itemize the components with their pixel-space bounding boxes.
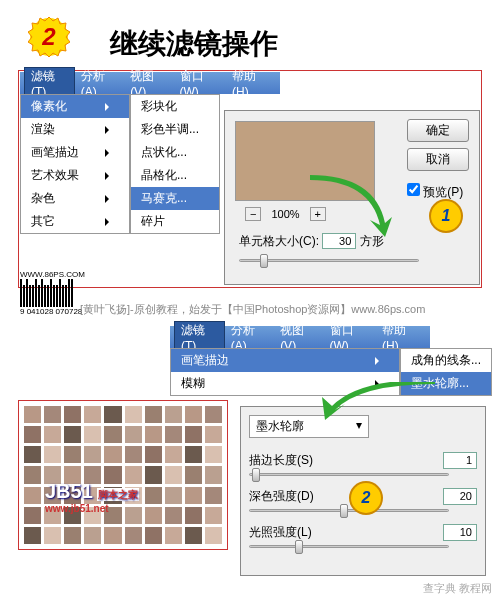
cell-size-slider[interactable]	[239, 259, 419, 262]
chevron-right-icon	[105, 195, 109, 203]
sub-angled[interactable]: 成角的线条...	[401, 349, 491, 372]
ink-outlines-dialog: 墨水轮廓▾ 描边长度(S)1 深色强度(D)20 光照强度(L)10 2	[240, 406, 486, 576]
chevron-right-icon	[105, 126, 109, 134]
menu-brushstrokes-2[interactable]: 画笔描边	[171, 349, 399, 372]
barcode: WWW.86PS.COM 9 041028 070728	[20, 270, 85, 316]
dark-intensity-label: 深色强度(D)	[249, 488, 314, 505]
chevron-right-icon	[105, 172, 109, 180]
step-2-marker: 2	[351, 483, 381, 513]
sub-facet[interactable]: 彩块化	[131, 95, 219, 118]
zoom-out-icon[interactable]: −	[245, 207, 261, 221]
light-intensity-slider[interactable]	[249, 545, 449, 548]
dark-intensity-input[interactable]: 20	[443, 488, 477, 505]
step-1-marker: 1	[431, 201, 461, 231]
chevron-right-icon	[105, 218, 109, 226]
sub-crystallize[interactable]: 晶格化...	[131, 164, 219, 187]
menubar-2: 滤镜(T) 分析(A) 视图(V) 窗口(W) 帮助(H)	[170, 326, 430, 348]
menu-other[interactable]: 其它	[21, 210, 129, 233]
chevron-right-icon	[105, 103, 109, 111]
sub-pointillize[interactable]: 点状化...	[131, 141, 219, 164]
menu-render[interactable]: 渲染	[21, 118, 129, 141]
credit-text: [黄叶飞扬]-原创教程，始发于【中国Photoshop资源网】www.86ps.…	[80, 302, 425, 317]
filter-dropdown-1: 像素化 渲染 画笔描边 艺术效果 杂色 其它	[20, 94, 130, 234]
menu-noise[interactable]: 杂色	[21, 187, 129, 210]
jb51-logo: JB51 脚本之家 www.jb51.net	[45, 480, 139, 514]
menubar-1: 滤镜(T) 分析(A) 视图(V) 窗口(W) 帮助(H)	[20, 72, 280, 94]
pixelate-submenu: 彩块化 彩色半调... 点状化... 晶格化... 马赛克... 碎片	[130, 94, 220, 234]
dark-intensity-slider[interactable]	[249, 509, 449, 512]
step-2-badge: 2	[30, 18, 68, 56]
mosaic-preview	[23, 405, 223, 545]
sub-fragment[interactable]: 碎片	[131, 210, 219, 233]
green-arrow-icon	[300, 175, 400, 245]
stroke-length-label: 描边长度(S)	[249, 452, 313, 469]
sub-halftone[interactable]: 彩色半调...	[131, 118, 219, 141]
menu-brushstrokes[interactable]: 画笔描边	[21, 141, 129, 164]
light-intensity-input[interactable]: 10	[443, 524, 477, 541]
menu-artistic[interactable]: 艺术效果	[21, 164, 129, 187]
stroke-length-input[interactable]: 1	[443, 452, 477, 469]
chevron-right-icon	[375, 357, 379, 365]
preview-checkbox[interactable]	[407, 183, 420, 196]
zoom-level: 100%	[271, 208, 299, 220]
page-title: 继续滤镜操作	[110, 25, 278, 63]
menu-help[interactable]: 帮助(H)	[226, 68, 276, 99]
light-intensity-label: 光照强度(L)	[249, 524, 312, 541]
chevron-right-icon	[105, 149, 109, 157]
ok-button[interactable]: 确定	[407, 119, 469, 142]
watermark: 查字典 教程网	[423, 581, 492, 596]
cancel-button[interactable]: 取消	[407, 148, 469, 171]
green-arrow-icon-2	[320, 382, 440, 422]
stroke-length-slider[interactable]	[249, 473, 449, 476]
sub-mosaic[interactable]: 马赛克...	[131, 187, 219, 210]
menu-pixelate[interactable]: 像素化	[21, 95, 129, 118]
